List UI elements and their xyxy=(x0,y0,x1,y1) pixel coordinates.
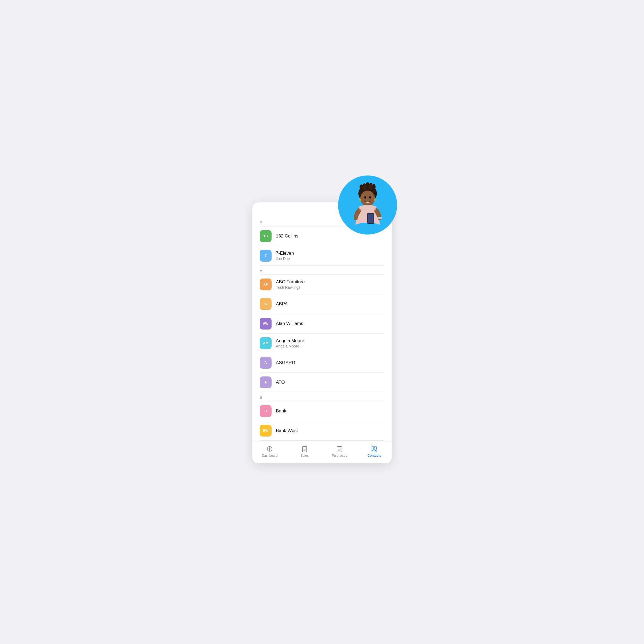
contact-item[interactable]: 77-ElevenJon Doe xyxy=(260,246,384,266)
contact-info: Bank xyxy=(276,408,384,414)
contact-avatar-badge: 7 xyxy=(260,250,272,262)
contact-info: ATO xyxy=(276,380,384,385)
contact-avatar-badge: AW xyxy=(260,318,272,330)
contact-name: 7-Eleven xyxy=(276,251,384,256)
contact-item[interactable]: AABPA xyxy=(260,294,384,314)
dashboard-icon xyxy=(266,445,273,453)
contact-item[interactable]: AATO xyxy=(260,373,384,392)
nav-label-purchases: Purchases xyxy=(332,454,347,458)
svg-point-15 xyxy=(269,448,270,450)
contact-avatar-badge: A xyxy=(260,357,272,369)
contact-avatar-badge: B xyxy=(260,405,272,417)
contact-avatar-badge: A xyxy=(260,376,272,388)
contact-item[interactable]: AWAlan Williams xyxy=(260,314,384,334)
nav-item-sales[interactable]: Sales xyxy=(287,444,322,459)
contact-info: ABPA xyxy=(276,301,384,307)
contact-info: ABC FurnitureTrish Rawlings xyxy=(276,279,384,290)
avatar xyxy=(338,175,397,235)
contact-item[interactable]: AASGARD xyxy=(260,353,384,373)
svg-point-10 xyxy=(374,199,376,201)
purchases-icon xyxy=(336,445,343,453)
nav-item-purchases[interactable]: Purchases xyxy=(322,444,357,459)
contact-subtitle: Trish Rawlings xyxy=(276,285,384,290)
svg-rect-12 xyxy=(368,214,374,223)
contact-name: Bank xyxy=(276,408,384,414)
contact-subtitle: Jon Doe xyxy=(276,257,384,261)
phone-container: #1C132 Collins77-ElevenJon DoeAAFABC Fur… xyxy=(252,202,392,463)
nav-label-contacts: Contacts xyxy=(367,454,381,458)
contact-name: ABC Furniture xyxy=(276,279,384,285)
contact-subtitle: Angela Moore xyxy=(276,344,384,348)
bottom-nav: Dashboard Sales Purchases Contacts xyxy=(252,441,392,463)
svg-point-7 xyxy=(364,196,366,198)
content-area: #1C132 Collins77-ElevenJon DoeAAFABC Fur… xyxy=(252,202,392,441)
nav-item-contacts[interactable]: Contacts xyxy=(357,444,392,459)
contacts-icon xyxy=(371,445,378,453)
contact-item[interactable]: AMAngela MooreAngela Moore xyxy=(260,334,384,353)
contact-avatar-badge: AM xyxy=(260,337,272,349)
contact-avatar-badge: AF xyxy=(260,279,272,290)
contact-info: Angela MooreAngela Moore xyxy=(276,338,384,348)
contact-info: 7-ElevenJon Doe xyxy=(276,251,384,261)
contact-name: ASGARD xyxy=(276,360,384,365)
contact-name: Angela Moore xyxy=(276,338,384,343)
nav-label-dashboard: Dashboard xyxy=(262,454,278,458)
contact-avatar-badge: A xyxy=(260,298,272,310)
contact-info: Alan Williams xyxy=(276,321,384,326)
contact-item[interactable]: BBank xyxy=(260,401,384,421)
nav-item-dashboard[interactable]: Dashboard xyxy=(252,444,287,459)
contact-name: Bank West xyxy=(276,428,384,433)
contact-item[interactable]: AFABC FurnitureTrish Rawlings xyxy=(260,275,384,294)
contact-avatar-badge: BW xyxy=(260,425,272,437)
section-header: A xyxy=(260,266,384,275)
contact-info: Bank West xyxy=(276,428,384,433)
contact-item[interactable]: BWBank West xyxy=(260,421,384,441)
nav-label-sales: Sales xyxy=(301,454,309,458)
contact-info: ASGARD xyxy=(276,360,384,365)
contact-avatar-badge: 1C xyxy=(260,230,272,242)
app-card: #1C132 Collins77-ElevenJon DoeAAFABC Fur… xyxy=(252,202,392,463)
svg-point-8 xyxy=(369,196,371,198)
contacts-list: #1C132 Collins77-ElevenJon DoeAAFABC Fur… xyxy=(260,217,384,441)
contact-name: ABPA xyxy=(276,301,384,307)
section-header: B xyxy=(260,392,384,401)
svg-rect-13 xyxy=(377,217,382,219)
svg-point-9 xyxy=(359,199,361,201)
contact-name: ATO xyxy=(276,380,384,385)
svg-point-30 xyxy=(373,448,375,449)
contact-name: Alan Williams xyxy=(276,321,384,326)
svg-point-6 xyxy=(360,191,375,206)
sales-icon xyxy=(301,445,308,453)
